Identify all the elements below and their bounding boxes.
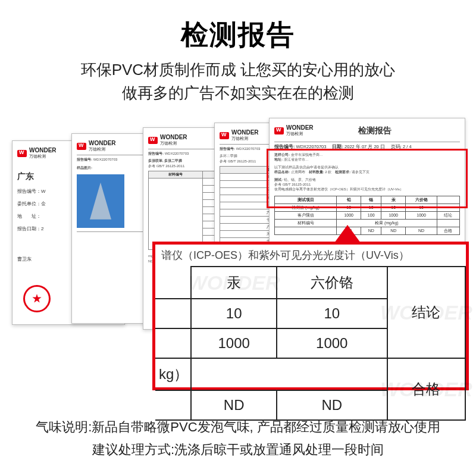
wonder-logo-icon (220, 132, 229, 139)
sample-photo (77, 174, 124, 228)
seal-stamp-icon (23, 285, 51, 312)
cell-client-hg: 1000 (191, 328, 277, 358)
arrow-up-icon (334, 225, 361, 243)
col-cr6: 六价铬 (277, 267, 387, 299)
result-label: 结论 (387, 267, 465, 358)
wonder-logo-icon (148, 137, 158, 144)
wonder-logo-icon (274, 127, 284, 134)
subtitle-line-1: 环保PVC材质制作而成 让您买的安心用的放心 (0, 60, 476, 80)
subtitle-line-2: 做再多的广告不如实实在在的检测 (0, 83, 476, 104)
doc-title: 检测报告 (358, 126, 392, 136)
brand-name: WONDER (29, 147, 57, 154)
zoom-table: 汞 六价铬 结论 10 10 1000 1000 kg） 合格 ND (155, 266, 466, 421)
footer-line-2: 建议处理方式:洗涤后晾干或放置通风处理一段时间 (0, 439, 476, 461)
col-mercury: 汞 (191, 267, 277, 299)
result-small-table: 测试项目 铅 镉 汞 六价铬 检测值 (mg/kg)10 1010 10 客户限… (274, 196, 460, 235)
result-value: 合格 (387, 358, 465, 420)
documents-stack: WONDER 万德检测 广东 报告编号：W 委托单位：金 地 址： 报告日期：2… (0, 114, 476, 388)
zoom-heading: 谱仪（ICP-OES）和紫外可见分光光度计（UV-Vis） (155, 245, 466, 262)
cell-client-cr: 1000 (277, 328, 387, 358)
cell-limit-cr: 10 (277, 299, 387, 328)
footer-notes: 气味说明:新品自带略微PVC发泡气味, 产品都经过质量检测请放心使用 建议处理方… (0, 416, 476, 461)
wonder-logo-icon (77, 143, 86, 150)
wonder-logo-icon (17, 150, 27, 157)
brand-name-cn: 万德检测 (29, 154, 57, 159)
cell-nd-cr: ND (277, 390, 387, 420)
zoom-callout: 谱仪（ICP-OES）和紫外可见分光光度计（UV-Vis） 汞 六价铬 结论 1… (152, 242, 469, 390)
page-title: 检测报告 (0, 0, 476, 54)
unit-label: kg） (155, 358, 191, 390)
cell-limit-hg: 10 (191, 299, 277, 328)
cell-nd-hg: ND (191, 390, 277, 420)
